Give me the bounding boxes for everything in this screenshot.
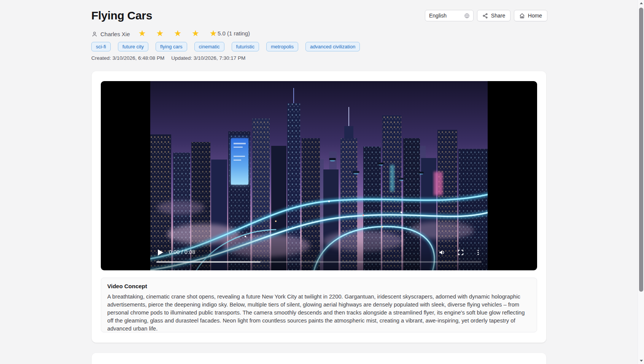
page: Flying Cars English Share [0,0,644,364]
star-icon[interactable]: ★ [192,29,199,38]
author-name: Charles Xie [100,31,130,37]
globe-icon [464,13,470,19]
tag-pill[interactable]: future city [118,42,148,51]
top-controls: English Share Home [425,10,547,21]
tag-pill[interactable]: flying cars [156,42,187,51]
rating-text: 5.0 (1 rating) [218,30,250,37]
play-button[interactable] [156,248,164,257]
scrollbar-thumb[interactable] [639,8,643,292]
video-concept-text: A breathtaking, cinematic crane shot ope… [107,293,531,333]
language-value: English [429,13,447,19]
share-icon [482,13,488,19]
tags-row: sci-fifuture cityflying carscinematicfut… [91,42,360,51]
home-icon [519,13,525,19]
star-icon[interactable]: ★ [174,29,181,38]
fullscreen-icon[interactable] [456,248,465,257]
next-section-card [92,353,546,364]
home-button[interactable]: Home [514,10,547,21]
home-label: Home [528,13,542,19]
video-container: 0:00 / 0:08 [101,81,537,270]
tag-pill[interactable]: advanced civilization [305,42,360,51]
created-date: Created: 3/10/2026, 6:48:08 PM [91,55,164,61]
tag-pill[interactable]: metropolis [266,42,298,51]
share-label: Share [491,13,505,19]
video-concept-heading: Video Concept [107,283,531,289]
star-icon[interactable]: ★ [138,29,146,38]
video-card: 0:00 / 0:08 [92,71,546,343]
video-progress-bar[interactable] [156,261,482,263]
video-concept-section: Video Concept A breathtaking, cinematic … [101,278,537,332]
tag-pill[interactable]: cinematic [194,42,224,51]
video-player[interactable]: 0:00 / 0:08 [150,81,488,270]
meta-row: Charles Xie ★★★★★ 5.0 (1 rating) [91,29,130,39]
share-button[interactable]: Share [477,10,510,21]
star-icon[interactable]: ★ [210,29,217,38]
scrollbar-down-arrow[interactable] [638,358,644,364]
tag-pill[interactable]: futuristic [232,42,259,51]
author: Charles Xie [91,31,130,37]
tag-pill[interactable]: sci-fi [91,42,111,51]
scrollbar [638,0,644,364]
language-select[interactable]: English [425,10,474,21]
user-icon [91,31,98,37]
video-buffered-bar [156,261,261,263]
page-title: Flying Cars [91,9,152,22]
time-display: 0:00 / 0:08 [169,249,195,255]
updated-date: Updated: 3/10/2026, 7:30:17 PM [171,55,245,61]
scrollbar-up-arrow[interactable] [638,0,644,6]
more-options-icon[interactable] [474,248,483,257]
dates-row: Created: 3/10/2026, 6:48:08 PM Updated: … [91,55,245,61]
volume-icon[interactable] [437,248,447,257]
star-icon[interactable]: ★ [156,29,164,38]
video-controls: 0:00 / 0:08 [150,247,488,258]
star-rating: ★★★★★ [138,29,217,38]
